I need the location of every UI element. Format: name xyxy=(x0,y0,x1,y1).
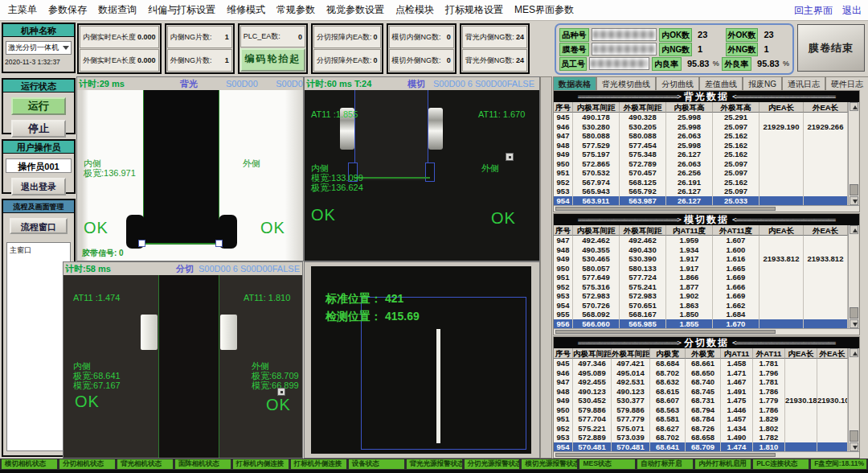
cell[interactable]: 949 xyxy=(554,396,573,405)
cell[interactable]: 1.781 xyxy=(753,377,785,387)
cell[interactable]: 568.167 xyxy=(620,310,666,319)
cell[interactable] xyxy=(760,168,804,178)
cell[interactable]: 1.866 xyxy=(666,273,713,282)
cell[interactable] xyxy=(760,159,804,169)
cell[interactable]: 1.665 xyxy=(713,264,760,274)
cell[interactable] xyxy=(785,414,817,424)
cell[interactable]: 68.632 xyxy=(650,377,686,387)
cell[interactable] xyxy=(785,377,817,387)
cell[interactable]: 954 xyxy=(554,196,573,206)
cell[interactable]: 577.529 xyxy=(573,141,620,150)
cell[interactable]: 530.377 xyxy=(612,396,650,405)
cell[interactable]: 21933.812 xyxy=(804,254,848,264)
cell[interactable]: 490.328 xyxy=(620,113,666,122)
menu-item[interactable]: 回主界面 xyxy=(794,4,833,18)
cell[interactable]: 572.983 xyxy=(620,291,666,301)
menu-item[interactable]: 参数保存 xyxy=(48,3,87,17)
cell[interactable]: 953 xyxy=(554,291,573,301)
cell[interactable]: 1.917 xyxy=(666,264,713,274)
cell[interactable]: 1.786 xyxy=(753,405,785,415)
menu-item[interactable]: 打标规格设置 xyxy=(445,3,503,17)
cell[interactable]: 1.877 xyxy=(666,282,713,292)
roll-end-button[interactable]: 膜卷结束 xyxy=(797,24,865,72)
cell[interactable] xyxy=(817,405,848,415)
cell[interactable]: 570.457 xyxy=(620,168,666,178)
cell[interactable]: 572.889 xyxy=(573,433,612,442)
cell[interactable]: 950 xyxy=(554,159,573,169)
cell[interactable]: 1.669 xyxy=(713,291,760,301)
cell[interactable] xyxy=(760,196,804,206)
cell[interactable]: 948 xyxy=(554,141,573,150)
cell[interactable] xyxy=(804,178,848,187)
cell[interactable] xyxy=(785,387,817,397)
cell[interactable]: 575.071 xyxy=(612,424,650,434)
cell[interactable] xyxy=(760,113,804,122)
cell[interactable]: 567.974 xyxy=(573,178,620,187)
cell[interactable] xyxy=(804,301,848,311)
cell[interactable]: 577.454 xyxy=(620,141,666,150)
cell[interactable]: 26.063 xyxy=(666,131,713,141)
cell[interactable] xyxy=(804,113,848,122)
tab-硬件日志[interactable]: 硬件日志 xyxy=(825,76,868,90)
cell[interactable] xyxy=(760,310,804,319)
horizontal-scrollbar[interactable] xyxy=(554,328,859,335)
machine-select[interactable]: 激光分切一体机 xyxy=(6,41,72,55)
cell[interactable]: 68.740 xyxy=(686,377,721,387)
cell[interactable]: 492.462 xyxy=(620,236,666,245)
cell[interactable]: 530.205 xyxy=(620,122,666,132)
cell[interactable]: 25.097 xyxy=(713,122,760,132)
cell[interactable]: 947 xyxy=(554,377,573,387)
cell[interactable]: 572.789 xyxy=(620,159,666,169)
cell[interactable]: 580.088 xyxy=(620,131,666,141)
cell[interactable]: 575.348 xyxy=(620,150,666,159)
cell[interactable]: 1.863 xyxy=(666,301,713,311)
cell[interactable]: 68.709 xyxy=(686,442,721,452)
cell[interactable]: 1.491 xyxy=(721,387,753,397)
cell[interactable]: 490.123 xyxy=(612,387,650,397)
cell[interactable] xyxy=(785,359,817,368)
cell[interactable]: 25.291 xyxy=(713,113,760,122)
cell[interactable]: 575.197 xyxy=(573,150,620,159)
cell[interactable]: 68.661 xyxy=(686,359,721,368)
cell[interactable] xyxy=(760,236,804,245)
vertical-splitter[interactable] xyxy=(540,76,552,459)
cell[interactable]: 580.133 xyxy=(620,264,666,274)
cell[interactable]: 948 xyxy=(554,245,573,255)
cell[interactable]: 951 xyxy=(554,168,573,178)
cell[interactable]: 68.794 xyxy=(686,405,721,415)
cell[interactable]: 497.346 xyxy=(573,359,612,368)
cell[interactable]: 946 xyxy=(554,368,573,378)
cell[interactable] xyxy=(804,236,848,245)
cell[interactable]: 68.702 xyxy=(650,433,686,442)
cell[interactable]: 945 xyxy=(554,113,573,122)
cell[interactable] xyxy=(804,131,848,141)
cell[interactable] xyxy=(760,273,804,282)
cell[interactable]: 530.452 xyxy=(573,396,612,405)
cell[interactable]: 947 xyxy=(554,131,573,141)
cell[interactable]: 1.662 xyxy=(713,301,760,311)
cell[interactable]: 68.684 xyxy=(650,359,686,368)
cell[interactable] xyxy=(804,187,848,196)
cell[interactable]: 575.241 xyxy=(620,282,666,292)
cell[interactable]: 497.421 xyxy=(612,359,650,368)
cell[interactable] xyxy=(760,319,804,329)
cell[interactable]: 1.934 xyxy=(666,245,713,255)
cell[interactable] xyxy=(817,414,848,424)
cell[interactable]: 568.125 xyxy=(620,178,666,187)
run-button[interactable]: 运行 xyxy=(11,97,66,115)
horizontal-scrollbar[interactable] xyxy=(554,205,859,212)
scroll-up-arrow[interactable] xyxy=(850,102,858,111)
logout-button[interactable]: 退出登录 xyxy=(11,178,66,195)
cell[interactable]: 950 xyxy=(554,405,573,415)
cell[interactable]: 950 xyxy=(554,264,573,274)
vertical-scrollbar[interactable] xyxy=(848,225,858,328)
cell[interactable] xyxy=(817,442,848,452)
cell[interactable]: 579.886 xyxy=(573,405,612,415)
scroll-up-arrow[interactable] xyxy=(850,348,858,357)
cell[interactable]: 947 xyxy=(554,236,573,245)
cell[interactable]: 1.810 xyxy=(753,442,785,452)
cell[interactable]: 570.481 xyxy=(612,442,650,452)
cell[interactable]: 21933.812 xyxy=(760,254,804,264)
cell[interactable]: 495.089 xyxy=(573,368,612,378)
cell[interactable]: 953 xyxy=(554,187,573,196)
